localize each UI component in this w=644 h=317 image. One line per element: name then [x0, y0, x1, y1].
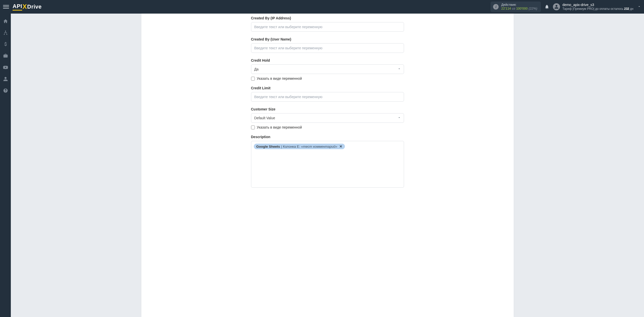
input-created-by-ip[interactable] — [251, 22, 404, 32]
actions-badge[interactable]: i Действия: 22'114 из 100'000 (22%) — [491, 2, 541, 12]
username: demo_apix-drive_s3 — [562, 3, 633, 7]
actions-iz: из — [512, 7, 515, 10]
tariff-name: Премиум PRO — [573, 7, 593, 11]
select-customer-size-value: Default Value — [251, 113, 404, 123]
actions-values: 22'114 из 100'000 (22%) — [501, 7, 537, 11]
bell-icon[interactable] — [544, 4, 549, 9]
logo[interactable]: APIXDrive — [13, 3, 42, 11]
help-icon — [3, 88, 8, 93]
briefcase-icon — [3, 53, 8, 58]
label-credit-limit: Credit Limit — [251, 86, 404, 90]
tariff-days: 232 — [624, 7, 629, 11]
input-credit-limit[interactable] — [251, 92, 404, 102]
token-remove-icon[interactable]: ✕ — [339, 144, 342, 148]
token-sep: | — [281, 145, 282, 148]
user-lines: demo_apix-drive_s3 Тариф |Премиум PRO| д… — [562, 3, 633, 11]
sidebar-item-billing[interactable] — [0, 39, 11, 49]
logo-part2: X — [22, 3, 27, 11]
select-customer-size[interactable]: Default Value — [251, 113, 404, 123]
youtube-icon — [3, 65, 8, 70]
tariff-line: Тариф |Премиум PRO| до оплаты осталось 2… — [562, 7, 633, 11]
actions-total: 100'000 — [516, 7, 528, 10]
home-icon — [3, 19, 8, 24]
input-created-by-user[interactable] — [251, 43, 404, 53]
label-description: Description — [251, 135, 404, 139]
field-description: Description Google Sheets | Колонка E: «… — [251, 135, 404, 188]
sitemap-icon — [3, 30, 8, 35]
user-menu[interactable]: demo_apix-drive_s3 Тариф |Премиум PRO| д… — [553, 3, 641, 11]
token-col: Колонка E: — [283, 145, 300, 148]
select-credit-hold[interactable]: Да — [251, 64, 404, 74]
field-customer-size: Customer Size Default Value Указать в ви… — [251, 107, 404, 129]
checkbox-label-customer-size-var: Указать в виде переменной — [257, 125, 302, 129]
checkbox-credit-hold-var[interactable] — [251, 77, 255, 81]
tariff-prefix: Тариф | — [562, 7, 573, 11]
actions-label: Действия: — [501, 3, 537, 7]
hamburger-menu[interactable] — [3, 4, 9, 10]
sidebar-item-home[interactable] — [0, 16, 11, 26]
user-icon — [3, 76, 8, 82]
checkbox-row-customer-size[interactable]: Указать в виде переменной — [251, 125, 404, 129]
field-created-by-user: Created By (User Name) — [251, 37, 404, 53]
token-value: «тест комментарий» — [301, 145, 337, 148]
token-area-description[interactable]: Google Sheets | Колонка E: «тест коммент… — [251, 141, 404, 188]
sidebar-item-sitemap[interactable] — [0, 28, 11, 38]
label-created-by-user: Created By (User Name) — [251, 37, 404, 41]
actions-used: 22'114 — [501, 7, 511, 10]
sidebar-item-briefcase[interactable] — [0, 51, 11, 61]
sidebar — [0, 14, 11, 317]
content-scroll[interactable]: Created By (IP Address) Created By (User… — [11, 14, 644, 317]
token-source: Google Sheets — [256, 145, 280, 148]
logo-part1: API — [13, 3, 22, 11]
panel: Created By (IP Address) Created By (User… — [141, 14, 514, 317]
topbar: APIXDrive i Действия: 22'114 из 100'000 … — [0, 0, 644, 14]
actions-lines: Действия: 22'114 из 100'000 (22%) — [501, 3, 537, 11]
checkbox-label-credit-hold-var: Указать в виде переменной — [257, 76, 302, 81]
label-created-by-ip: Created By (IP Address) — [251, 16, 404, 20]
avatar-icon — [553, 3, 560, 10]
topbar-right: i Действия: 22'114 из 100'000 (22%) demo… — [491, 2, 641, 12]
actions-pct: (22%) — [529, 7, 537, 10]
dollar-icon — [3, 42, 8, 47]
form-area: Created By (IP Address) Created By (User… — [251, 14, 404, 203]
sidebar-item-user[interactable] — [0, 74, 11, 84]
label-credit-hold: Credit Hold — [251, 58, 404, 62]
variable-token: Google Sheets | Колонка E: «тест коммент… — [254, 144, 345, 149]
field-credit-limit: Credit Limit — [251, 86, 404, 102]
info-icon: i — [493, 4, 499, 10]
checkbox-customer-size-var[interactable] — [251, 126, 255, 129]
select-credit-hold-value: Да — [251, 64, 404, 74]
sidebar-item-youtube[interactable] — [0, 62, 11, 72]
checkbox-row-credit-hold[interactable]: Указать в виде переменной — [251, 76, 404, 81]
logo-part3: Drive — [27, 4, 42, 10]
tariff-mid: | до оплаты осталось — [593, 7, 624, 11]
field-credit-hold: Credit Hold Да Указать в виде переменной — [251, 58, 404, 81]
chevron-down-icon — [637, 5, 641, 9]
field-created-by-ip: Created By (IP Address) — [251, 16, 404, 32]
tariff-suffix: дн — [629, 7, 633, 11]
label-customer-size: Customer Size — [251, 107, 404, 111]
sidebar-item-help[interactable] — [0, 86, 11, 96]
